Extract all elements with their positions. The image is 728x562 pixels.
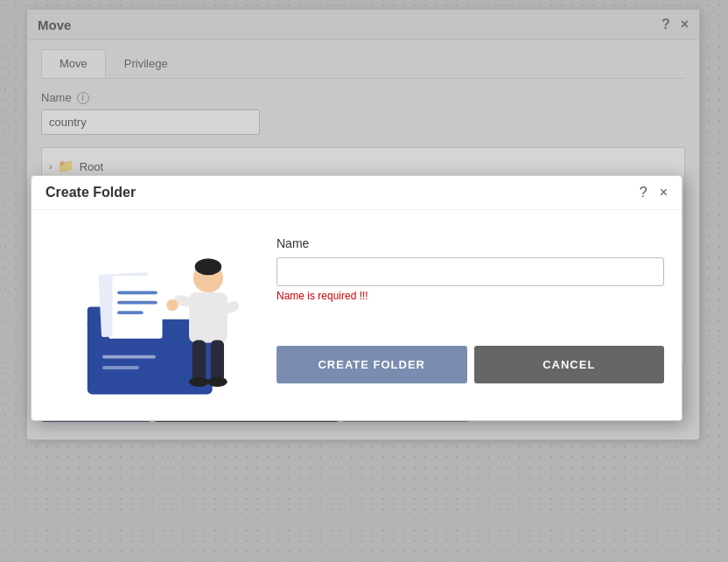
cf-close-icon[interactable]: ×: [660, 185, 668, 200]
folder-illustration-svg: [58, 228, 250, 403]
cf-cancel-button[interactable]: CANCEL: [474, 346, 665, 383]
svg-rect-12: [189, 292, 228, 342]
cf-titlebar: Create Folder ? ×: [32, 176, 682, 210]
cf-help-icon[interactable]: ?: [640, 185, 648, 200]
cf-error-message: Name is required !!!: [276, 290, 664, 302]
svg-point-15: [166, 299, 178, 311]
create-folder-dialog: Create Folder ? ×: [31, 175, 682, 421]
cf-right-panel: Name Name is required !!! CREATE FOLDER …: [276, 228, 664, 383]
svg-point-19: [207, 376, 228, 386]
cf-illustration: [49, 228, 259, 403]
cf-name-label: Name: [276, 236, 664, 250]
cf-dialog-title: Create Folder: [46, 185, 136, 200]
svg-point-18: [189, 376, 209, 386]
svg-rect-4: [112, 276, 162, 338]
cf-create-button[interactable]: CREATE FOLDER: [276, 346, 467, 383]
cf-name-input[interactable]: [276, 257, 664, 286]
cf-titlebar-icons: ? ×: [640, 185, 668, 200]
svg-point-11: [195, 258, 221, 275]
cf-body: Name Name is required !!! CREATE FOLDER …: [32, 210, 682, 420]
svg-rect-16: [192, 341, 206, 383]
cf-buttons: CREATE FOLDER CANCEL: [276, 346, 664, 383]
svg-rect-17: [211, 341, 224, 383]
